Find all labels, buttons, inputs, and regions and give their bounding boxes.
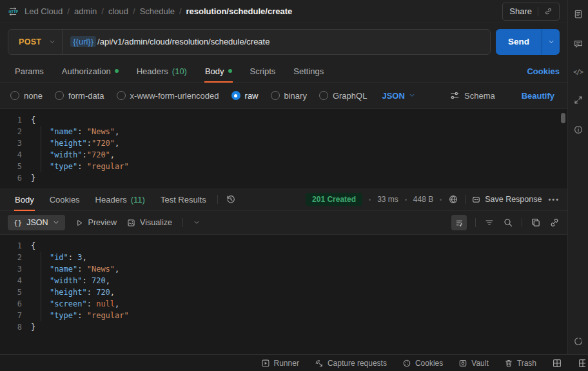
- body-mode-raw[interactable]: raw: [231, 91, 259, 101]
- request-url-bar[interactable]: POST {{url}} /api/v1/admin/cloud/resolut…: [8, 29, 491, 55]
- url-path-text[interactable]: /api/v1/admin/cloud/resolution/schedule/…: [97, 37, 270, 46]
- body-mode-radios: noneform-datax-www-form-urlencodedrawbin…: [10, 91, 367, 101]
- code-text: {: [31, 240, 35, 252]
- code-text: "width": 720,: [31, 275, 110, 286]
- code-text: "type": "regular": [31, 310, 129, 321]
- response-tab-body[interactable]: Body: [8, 188, 41, 210]
- response-toolbar: {} JSON Preview Visualize: [0, 211, 567, 234]
- related-requests-icon[interactable]: [573, 95, 583, 105]
- breadcrumb-item-cloud[interactable]: cloud: [108, 6, 128, 16]
- comments-icon[interactable]: [573, 39, 583, 49]
- chevron-down-icon: [53, 219, 59, 226]
- statusbar-cookies[interactable]: Cookies: [402, 359, 443, 368]
- status-bar: RunnerCapture requestsCookiesVaultTrash: [0, 354, 588, 371]
- code-line: 8}: [0, 321, 567, 333]
- code-text: {: [31, 114, 35, 126]
- breadcrumb-item-schedule[interactable]: Schedule: [140, 6, 175, 16]
- line-number: 1: [0, 114, 31, 126]
- method-selector[interactable]: POST: [8, 37, 49, 46]
- divider: [217, 195, 218, 204]
- filter-icon[interactable]: [484, 217, 495, 228]
- body-mode-none[interactable]: none: [10, 91, 43, 101]
- url-input[interactable]: {{url}} /api/v1/admin/cloud/resolution/s…: [63, 36, 270, 47]
- response-tab-cookies[interactable]: Cookies: [43, 188, 87, 210]
- save-response-button[interactable]: Save Response: [472, 195, 542, 204]
- schema-button[interactable]: Schema: [449, 90, 495, 101]
- visualize-tab[interactable]: Visualize: [127, 218, 172, 227]
- line-number: 6: [0, 298, 31, 310]
- windows-icon[interactable]: [578, 358, 585, 368]
- statusbar-vault[interactable]: Vault: [458, 359, 488, 368]
- body-mode-graphql[interactable]: GraphQL: [319, 91, 367, 101]
- visualize-image-icon: [127, 219, 135, 227]
- cookies-link[interactable]: Cookies: [527, 66, 560, 76]
- tab-label: Scripts: [250, 66, 276, 76]
- url-variable-chip[interactable]: {{url}}: [70, 36, 96, 47]
- breadcrumb-separator: /: [133, 6, 135, 16]
- response-body-editor[interactable]: 1{2 "id": 3,3 "name": "News",4 "width": …: [0, 234, 567, 354]
- tab-body[interactable]: Body: [198, 60, 239, 82]
- request-body-editor[interactable]: 1{2 "name": "News",3 "height":"720",4 "w…: [0, 108, 567, 188]
- preview-tab[interactable]: Preview: [75, 218, 117, 227]
- statusbar-edge-icon: [578, 358, 585, 368]
- postbot-icon[interactable]: [573, 336, 583, 346]
- vault-icon: [458, 359, 467, 368]
- radio-circle-icon: [231, 91, 240, 100]
- copy-icon[interactable]: [531, 217, 541, 228]
- beautify-link[interactable]: Beautify: [522, 91, 554, 101]
- send-options-chevron-icon[interactable]: [542, 29, 560, 55]
- code-line: 6}: [0, 172, 567, 184]
- statusbar-capture-requests[interactable]: Capture requests: [315, 359, 387, 368]
- separator-dot: [440, 199, 442, 201]
- send-button[interactable]: Send: [496, 29, 542, 55]
- body-mode-binary[interactable]: binary: [271, 91, 307, 101]
- link-icon[interactable]: [549, 217, 560, 228]
- response-format-dropdown[interactable]: {} JSON: [8, 215, 65, 230]
- code-line: 4 "width":"720",: [0, 149, 567, 161]
- context-sidebar: </>: [567, 0, 588, 354]
- copy-link-icon[interactable]: [544, 7, 553, 15]
- tab-scripts[interactable]: Scripts: [243, 60, 283, 82]
- search-icon[interactable]: [503, 217, 513, 228]
- response-tab-headers[interactable]: Headers(11): [88, 188, 152, 210]
- share-button[interactable]: Share: [502, 3, 560, 21]
- code-line: 1{: [0, 240, 567, 252]
- app-window: HTTP Led Cloud/admin/cloud/Schedule/reso…: [0, 0, 588, 371]
- language-dropdown[interactable]: JSON: [382, 91, 415, 101]
- wrap-text-toggle[interactable]: [451, 215, 467, 230]
- globe-icon[interactable]: [448, 194, 458, 205]
- documentation-icon[interactable]: [573, 9, 583, 19]
- green-dot-icon: [115, 69, 119, 73]
- schema-sliders-icon: [449, 90, 460, 101]
- line-number: 5: [0, 161, 31, 172]
- history-icon[interactable]: [226, 194, 236, 205]
- tab-label: Authorization: [62, 66, 111, 76]
- body-mode-form-data[interactable]: form-data: [55, 91, 104, 101]
- radio-circle-icon: [271, 91, 280, 100]
- tab-authorization[interactable]: Authorization: [55, 60, 126, 82]
- statusbar-runner[interactable]: Runner: [261, 359, 299, 368]
- chevron-down-icon[interactable]: [193, 219, 200, 226]
- line-number: 6: [0, 172, 31, 184]
- tab-settings[interactable]: Settings: [286, 60, 331, 82]
- body-mode-x-www-form-urlencoded[interactable]: x-www-form-urlencoded: [117, 91, 219, 101]
- statusbar-trash[interactable]: Trash: [504, 359, 536, 368]
- body-mode-label: x-www-form-urlencoded: [130, 91, 219, 101]
- code-text: "width":"720",: [31, 149, 115, 161]
- editor-scrollbar[interactable]: [561, 113, 565, 123]
- more-options-button[interactable]: •••: [548, 196, 560, 203]
- divider: [522, 218, 522, 227]
- chevron-down-icon[interactable]: [49, 39, 62, 45]
- response-tab-test-results[interactable]: Test Results: [153, 188, 213, 210]
- format-label: JSON: [26, 218, 48, 227]
- breadcrumb-item-led-cloud[interactable]: Led Cloud: [24, 6, 63, 16]
- statusbar-label: Trash: [517, 359, 536, 368]
- breadcrumb-item-admin[interactable]: admin: [74, 6, 97, 16]
- tab-headers[interactable]: Headers(10): [130, 60, 194, 82]
- body-mode-label: GraphQL: [333, 91, 367, 101]
- tab-params[interactable]: Params: [8, 60, 51, 82]
- code-icon[interactable]: </>: [573, 68, 583, 75]
- breadcrumb-separator: /: [101, 6, 104, 16]
- windows-icon[interactable]: [552, 358, 562, 368]
- info-icon[interactable]: [573, 125, 583, 135]
